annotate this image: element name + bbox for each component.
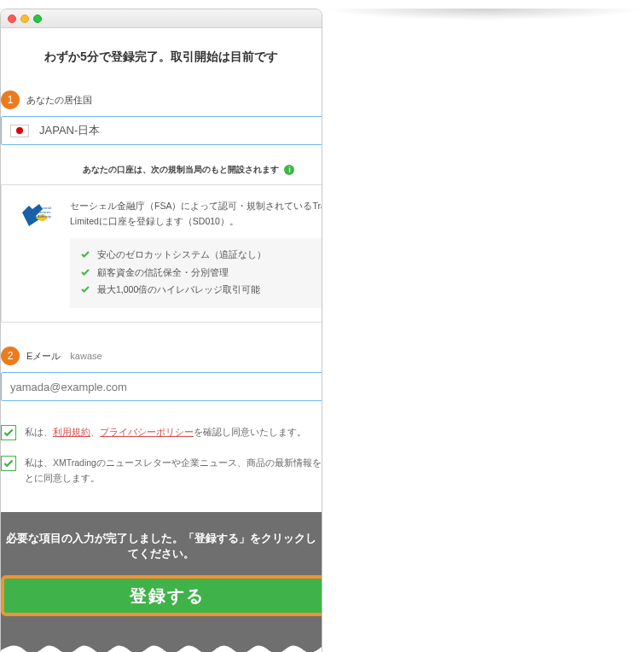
footer-message: 必要な項目の入力が完了しました。「登録する」をクリックしてください。 [1,531,322,562]
regulator-caption: あなたの口座は、次の規制当局のもと開設されます i [1,164,322,176]
check-icon [3,457,15,469]
privacy-link[interactable]: プライバシーポリシー [100,427,194,437]
consent-news-checkbox[interactable] [1,456,16,471]
country-select[interactable]: JAPAN-日本 [1,116,322,145]
step-1-label: あなたの居住国 [26,94,92,107]
bullet-1: 安心のゼロカットシステム（追証なし） [97,247,266,263]
step-2-sub: kawase [70,351,102,361]
flag-japan-icon [10,125,29,137]
step-1-badge: 1 [1,90,20,109]
email-field[interactable] [10,381,322,393]
regulator-description: セーシェル金融庁（FSA）によって認可・規制されているTradexfin Lim… [70,199,322,230]
window-zoom-icon[interactable] [33,15,42,23]
email-field-wrap [1,372,322,401]
regulator-bullets: 安心のゼロカットシステム（追証なし） 顧客資金の信託保全・分別管理 [70,238,322,309]
svg-text:Authority: Authority [38,214,51,218]
regulator-card: Financial Services Authority セーシェル金融庁（FS… [1,184,322,323]
register-button[interactable]: 登録する [1,575,322,616]
window-titlebar [1,9,322,28]
consent-terms: 私は、利用規約、プライバシーポリシーを確認し同意いたします。 [1,425,322,440]
consent-terms-checkbox[interactable] [1,425,16,440]
check-icon [3,427,15,439]
footer-bar: 必要な項目の入力が完了しました。「登録する」をクリックしてください。 登録する [1,512,322,642]
step-1-header: 1 あなたの居住国 [1,90,322,109]
consent-news-text: 私は、XMTradingのニュースレターや企業ニュース、商品の最新情報を受け取る… [25,456,322,486]
country-value: JAPAN-日本 [39,123,322,138]
torn-edge-icon [1,642,322,652]
page-title: わずか5分で登録完了。取引開始は目前です [1,49,322,65]
step-2-label: Eメール [26,350,61,363]
info-icon[interactable]: i [284,165,294,175]
check-icon [80,266,90,282]
terms-link[interactable]: 利用規約 [53,427,90,437]
bullet-2: 顧客資金の信託保全・分別管理 [97,265,229,281]
window-close-icon[interactable] [8,15,16,23]
fsa-logo-icon: Financial Services Authority [17,199,56,308]
step-2-badge: 2 [1,346,20,365]
bullet-3: 最大1,000倍のハイレバレッジ取引可能 [97,282,260,298]
check-icon [80,283,90,300]
shadow-decoration [322,9,644,20]
check-icon [80,248,90,265]
step-2-header: 2 Eメール kawase [1,346,322,365]
consent-newsletter: 私は、XMTradingのニュースレターや企業ニュース、商品の最新情報を受け取る… [1,456,322,486]
window-minimize-icon[interactable] [20,15,29,23]
